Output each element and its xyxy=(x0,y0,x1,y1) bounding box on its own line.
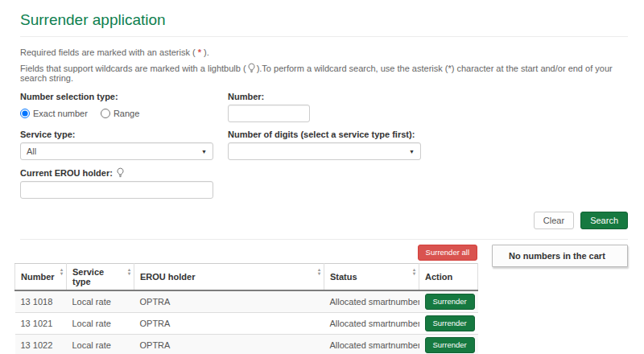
cell-number: 13 1018 xyxy=(15,290,67,313)
search-form: Number selection type: Exact number Rang… xyxy=(20,92,628,206)
sort-icon: ▴▾ xyxy=(60,268,63,276)
cell-erou-holder: OPTRA xyxy=(134,290,324,313)
cell-erou-holder: OPTRA xyxy=(134,313,324,335)
wildcard-note: Fields that support wildcards are marked… xyxy=(20,63,628,83)
sort-icon: ▴▾ xyxy=(128,268,130,276)
digits-field: Number of digits (select a service type … xyxy=(228,130,437,160)
column-header-erou-holder[interactable]: EROU holder▴▾ xyxy=(134,264,324,291)
cell-status: Allocated smartnumber xyxy=(324,335,419,354)
caret-down-icon: ▼ xyxy=(409,149,415,154)
column-header-action: Action xyxy=(419,264,478,291)
search-button[interactable]: Search xyxy=(580,212,628,229)
number-label: Number: xyxy=(228,92,437,101)
cell-service-type: Local rate xyxy=(67,290,134,313)
range-radio[interactable] xyxy=(101,109,110,118)
cell-status: Allocated smartnumber xyxy=(324,290,419,313)
surrender-button[interactable]: Surrender xyxy=(425,315,475,331)
title-divider xyxy=(20,36,628,37)
column-header-number[interactable]: Number▴▾ xyxy=(15,264,67,291)
exact-number-radio[interactable] xyxy=(20,109,30,118)
service-type-label: Service type: xyxy=(20,130,228,139)
required-asterisk: * xyxy=(196,47,204,57)
cell-number: 13 1021 xyxy=(15,313,67,335)
number-field: Number: xyxy=(228,92,437,122)
cell-service-type: Local rate xyxy=(67,335,134,354)
digits-label: Number of digits (select a service type … xyxy=(228,130,437,139)
section-divider xyxy=(20,239,628,240)
table-row: 13 1021 Local rate OPTRA Allocated smart… xyxy=(15,313,478,335)
column-header-service-type[interactable]: Service type▴▾ xyxy=(67,264,134,291)
cart-panel: No numbers in the cart xyxy=(492,245,628,267)
required-note: Required fields are marked with an aster… xyxy=(20,47,628,57)
sort-icon: ▴▾ xyxy=(318,268,320,276)
surrender-button[interactable]: Surrender xyxy=(425,337,475,353)
sort-icon: ▴▾ xyxy=(413,268,415,276)
number-selection-field: Number selection type: Exact number Rang… xyxy=(20,92,228,122)
table-row: 13 1018 Local rate OPTRA Allocated smart… xyxy=(15,290,478,313)
radio-option-range[interactable]: Range xyxy=(101,109,139,118)
page-title: Surrender application xyxy=(20,11,628,29)
cell-status: Allocated smartnumber xyxy=(324,313,419,335)
number-input[interactable] xyxy=(228,105,310,122)
cell-action: Surrender xyxy=(419,313,478,335)
clear-button[interactable]: Clear xyxy=(534,212,574,229)
cell-action: Surrender xyxy=(419,335,478,354)
cell-number: 13 1022 xyxy=(15,335,67,354)
cell-action: Surrender xyxy=(419,290,478,313)
cell-service-type: Local rate xyxy=(67,313,134,335)
service-type-select[interactable]: All ▼ xyxy=(20,142,213,160)
number-selection-label: Number selection type: xyxy=(20,92,228,101)
caret-down-icon: ▼ xyxy=(201,149,207,154)
service-type-value: All xyxy=(27,146,36,156)
table-header-row: Number▴▾ Service type▴▾ EROU holder▴▾ St… xyxy=(15,264,478,291)
service-type-field: Service type: All ▼ xyxy=(20,130,228,160)
lightbulb-icon xyxy=(117,167,124,178)
erou-holder-label: Current EROU holder: xyxy=(20,167,228,178)
radio-option-exact-number[interactable]: Exact number xyxy=(20,109,88,118)
table-row: 13 1022 Local rate OPTRA Allocated smart… xyxy=(15,335,478,354)
lightbulb-icon xyxy=(248,63,255,73)
column-header-status[interactable]: Status▴▾ xyxy=(324,264,419,291)
cart-message: No numbers in the cart xyxy=(509,251,605,261)
erou-holder-field: Current EROU holder: xyxy=(20,167,228,199)
cell-erou-holder: OPTRA xyxy=(134,335,324,354)
digits-select[interactable]: ▼ xyxy=(228,142,421,160)
surrender-all-button[interactable]: Surrender all xyxy=(418,245,477,261)
surrender-button[interactable]: Surrender xyxy=(425,294,475,310)
erou-holder-input[interactable] xyxy=(20,181,213,199)
results-table: Number▴▾ Service type▴▾ EROU holder▴▾ St… xyxy=(14,263,478,354)
